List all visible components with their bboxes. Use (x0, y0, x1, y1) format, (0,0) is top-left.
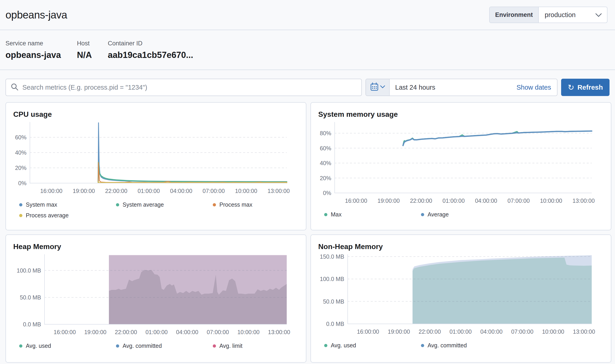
legend-item[interactable]: Avg. limit (213, 343, 310, 349)
legend-label: Avg. committed (428, 342, 467, 349)
chart-title: Heap Memory (13, 242, 299, 251)
calendar-quick-select-button[interactable] (366, 79, 390, 96)
legend-dot-icon (421, 213, 424, 216)
legend-label: Process average (26, 212, 69, 219)
service-info-bar: Service name opbeans-java Host N/A Conta… (0, 30, 615, 70)
container-id-block: Container ID aab19ca1cb57e670... (108, 40, 193, 60)
legend-item[interactable]: Process average (19, 212, 116, 219)
legend-label: Avg. limit (219, 343, 242, 349)
refresh-button[interactable]: ↻ Refresh (561, 79, 610, 96)
date-picker: Last 24 hours Show dates (366, 79, 558, 96)
legend: MaxAverage (318, 211, 604, 218)
x-tick-label: 01:00:00 (442, 197, 465, 204)
environment-selector[interactable]: Environment production (489, 7, 607, 23)
chart-title: System memory usage (318, 109, 604, 119)
service-name-label: Service name (5, 40, 61, 47)
legend-item[interactable]: Avg. committed (116, 343, 213, 349)
container-id-label: Container ID (108, 40, 193, 47)
heap-memory-panel: Heap Memory 0.0 MB50.0 MB100.0 MB 16:00:… (5, 234, 306, 363)
legend-label: System max (26, 201, 57, 208)
page-header: opbeans-java Environment production (0, 0, 615, 30)
cpu-usage-panel: CPU usage 0%20%40%60% 16:00:0019:00:0022… (5, 102, 306, 230)
legend-item[interactable]: Avg. committed (421, 342, 518, 349)
x-tick-label: 04:00:00 (176, 329, 198, 336)
y-tick-label: 0.0 MB (13, 321, 41, 328)
x-tick-label: 22:00:00 (419, 328, 441, 335)
legend-dot-icon (324, 344, 327, 347)
plot (347, 254, 592, 324)
refresh-button-label: Refresh (577, 83, 603, 91)
refresh-icon: ↻ (568, 83, 574, 91)
legend-item[interactable]: Avg. used (19, 343, 116, 349)
service-name-block: Service name opbeans-java (5, 40, 61, 60)
x-tick-label: 07:00:00 (203, 188, 225, 194)
chevron-down-icon (595, 11, 602, 19)
x-tick-label: 10:00:00 (237, 329, 260, 336)
metrics-toolbar: Last 24 hours Show dates ↻ Refresh (5, 79, 610, 96)
legend-dot-icon (19, 344, 22, 348)
service-name-value: opbeans-java (5, 50, 61, 60)
x-tick-label: 16:00:00 (345, 197, 367, 204)
y-tick-label: 20% (318, 175, 331, 182)
x-tick-label: 19:00:00 (378, 197, 400, 204)
y-tick-label: 80% (318, 130, 331, 137)
y-axis-labels: 0.0 MB50.0 MB100.0 MB (13, 254, 41, 324)
y-tick-label: 40% (13, 149, 27, 156)
environment-label: Environment (490, 7, 539, 23)
x-tick-label: 19:00:00 (73, 188, 95, 194)
system-memory-panel: System memory usage 0%20%40%60%80% 16:00… (311, 102, 611, 230)
legend-item[interactable]: Avg. used (324, 342, 421, 349)
host-block: Host N/A (77, 40, 92, 60)
legend-item[interactable]: System max (19, 201, 116, 208)
x-tick-label: 13:00:00 (573, 197, 595, 204)
legend-item[interactable]: System average (116, 201, 213, 208)
y-axis-labels: 0%20%40%60%80% (318, 122, 331, 193)
chart-title: CPU usage (13, 109, 299, 119)
y-tick-label: 0% (13, 180, 27, 187)
x-tick-label: 01:00:00 (145, 329, 168, 336)
legend-label: Max (331, 211, 342, 218)
search-icon (11, 83, 19, 92)
x-tick-label: 16:00:00 (54, 329, 76, 336)
x-tick-label: 13:00:00 (573, 328, 595, 335)
time-range-display[interactable]: Last 24 hours (390, 79, 510, 96)
legend-label: Avg. committed (123, 343, 162, 349)
y-tick-label: 20% (13, 164, 27, 171)
non-heap-memory-panel: Non-Heap Memory 0.0 MB50.0 MB100.0 MB150… (311, 234, 611, 363)
legend-item[interactable]: Process max (213, 201, 310, 208)
host-value: N/A (77, 50, 92, 60)
legend-dot-icon (213, 344, 216, 348)
container-id-value: aab19ca1cb57e670... (108, 50, 193, 60)
plot (30, 122, 287, 183)
legend-item[interactable]: Max (324, 211, 421, 218)
page-title: opbeans-java (5, 9, 67, 21)
chevron-down-icon (380, 85, 385, 89)
y-tick-label: 150.0 MB (318, 253, 344, 260)
search-input[interactable] (22, 84, 357, 91)
environment-value-select[interactable]: production (539, 7, 607, 23)
plot (334, 122, 592, 193)
x-tick-label: 01:00:00 (138, 188, 160, 194)
x-tick-label: 07:00:00 (207, 329, 229, 336)
x-axis-labels: 16:00:0019:00:0022:00:0001:00:0004:00:00… (30, 186, 299, 197)
x-tick-label: 10:00:00 (542, 328, 564, 335)
x-axis-labels: 16:00:0019:00:0022:00:0001:00:0004:00:00… (334, 196, 604, 207)
x-tick-label: 07:00:00 (507, 197, 530, 204)
x-tick-label: 22:00:00 (115, 329, 137, 336)
y-tick-label: 50.0 MB (318, 298, 344, 305)
legend-item[interactable]: Average (421, 211, 518, 218)
legend: Avg. usedAvg. committedAvg. limit (13, 343, 299, 349)
calendar-icon (370, 82, 379, 92)
legend-label: Avg. used (331, 342, 356, 349)
legend-label: Average (428, 211, 449, 218)
y-tick-label: 0.0 MB (318, 320, 344, 327)
x-tick-label: 16:00:00 (357, 328, 379, 335)
x-tick-label: 01:00:00 (450, 328, 472, 335)
x-axis-labels: 16:00:0019:00:0022:00:0001:00:0004:00:00… (44, 327, 299, 338)
show-dates-link[interactable]: Show dates (510, 79, 557, 96)
x-tick-label: 22:00:00 (410, 197, 432, 204)
host-label: Host (77, 40, 92, 47)
chart-title: Non-Heap Memory (318, 242, 604, 251)
x-tick-label: 22:00:00 (105, 188, 127, 194)
legend-dot-icon (116, 203, 119, 206)
